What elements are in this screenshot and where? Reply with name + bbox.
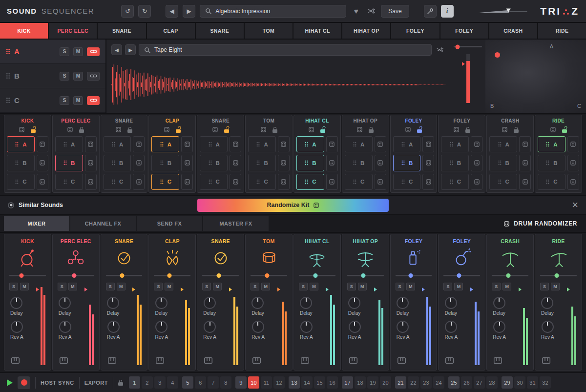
xy-position-dot[interactable] [495, 52, 500, 58]
layer-slot-button[interactable]: A [441, 136, 469, 152]
master-volume-slider[interactable] [475, 7, 530, 16]
channel-volume-slider[interactable] [202, 272, 239, 278]
lock-icon[interactable] [320, 127, 325, 133]
slot-randomize-button[interactable] [567, 174, 579, 190]
layer-solo-button[interactable]: S [60, 47, 69, 56]
slider-handle[interactable] [506, 273, 510, 278]
layer-slot-button[interactable]: C [393, 174, 421, 190]
sample-volume-slider[interactable] [454, 46, 482, 47]
drum-randomizer-button[interactable]: DRUM RANDOMIZER [504, 215, 586, 232]
delay-send-knob[interactable] [251, 297, 264, 309]
layer-slot-button[interactable]: B [538, 155, 565, 171]
slot-randomize-button[interactable] [85, 174, 97, 190]
fx-tab[interactable]: CHANNEL FX [70, 216, 136, 231]
layer-slot-button[interactable]: C [104, 174, 131, 190]
step-cell[interactable]: 8 [220, 376, 231, 389]
slider-handle[interactable] [409, 273, 413, 278]
track-tab[interactable]: RIDE [538, 23, 586, 39]
layer-slot-button[interactable]: A [7, 136, 35, 152]
slot-randomize-button[interactable] [422, 174, 434, 190]
delay-send-knob[interactable] [155, 297, 167, 309]
slot-randomize-button[interactable] [567, 136, 579, 152]
prev-preset-button[interactable]: ◀ [166, 5, 178, 18]
reverb-send-knob[interactable] [11, 321, 23, 333]
step-cell[interactable]: 22 [408, 376, 419, 389]
lock-icon[interactable] [369, 127, 374, 133]
layer-slot-button[interactable]: B [200, 155, 228, 171]
undo-button[interactable]: ↺ [121, 5, 134, 18]
slot-randomize-button[interactable] [278, 136, 290, 152]
layer-slot-button[interactable]: B [104, 155, 131, 171]
slot-randomize-button[interactable] [471, 155, 482, 171]
layer-slot-button[interactable]: A [393, 136, 421, 152]
slot-randomize-button[interactable] [37, 174, 48, 190]
solo-button[interactable]: S [299, 283, 308, 290]
solo-button[interactable]: S [154, 283, 163, 290]
step-cell[interactable]: 17 [342, 376, 353, 389]
layer-slot-button[interactable]: C [248, 174, 276, 190]
randomize-sample-icon[interactable] [164, 127, 169, 132]
track-tab[interactable]: CRASH [489, 23, 537, 39]
export-button[interactable]: EXPORT [84, 380, 108, 386]
channel-volume-slider[interactable] [9, 272, 46, 278]
track-tab[interactable]: TOM [245, 23, 293, 39]
delay-send-knob[interactable] [348, 297, 360, 309]
step-cell[interactable]: 31 [527, 376, 538, 389]
slot-randomize-button[interactable] [85, 155, 97, 171]
step-cell[interactable]: 25 [448, 376, 460, 389]
lock-icon[interactable] [562, 127, 567, 133]
step-cell[interactable]: 29 [502, 376, 513, 389]
slot-randomize-button[interactable] [85, 136, 97, 152]
solo-button[interactable]: S [347, 283, 356, 290]
delay-send-knob[interactable] [204, 297, 216, 309]
solo-button[interactable]: S [251, 283, 259, 290]
step-cell[interactable]: 5 [182, 376, 193, 389]
layer-slot-button[interactable]: A [489, 136, 517, 152]
prev-sample-button[interactable]: ◀ [111, 44, 122, 55]
layer-slot-button[interactable]: A [55, 136, 83, 152]
slot-randomize-button[interactable] [519, 174, 531, 190]
layer-slot-button[interactable]: B [393, 155, 421, 171]
record-button[interactable] [18, 376, 30, 389]
layer-slot-button[interactable]: B [345, 155, 373, 171]
step-cell[interactable]: 11 [261, 376, 272, 389]
step-cell[interactable]: 13 [289, 376, 300, 389]
step-cell[interactable]: 6 [195, 376, 206, 389]
randomize-sample-icon[interactable] [67, 127, 73, 132]
channel-volume-slider[interactable] [396, 272, 432, 278]
fx-tab[interactable]: MASTER FX [203, 216, 269, 231]
midi-keyboard-icon[interactable] [445, 357, 454, 364]
layer-mute-button[interactable]: M [73, 96, 83, 105]
slider-handle[interactable] [216, 273, 221, 278]
step-cell[interactable]: 9 [235, 376, 247, 389]
solo-button[interactable]: S [396, 283, 404, 290]
delay-send-knob[interactable] [493, 297, 505, 309]
randomize-sample-icon[interactable] [357, 127, 362, 132]
solo-button[interactable]: S [202, 283, 211, 290]
solo-button[interactable]: S [492, 283, 501, 290]
track-tab[interactable]: KICK [0, 23, 48, 39]
slot-randomize-button[interactable] [37, 155, 48, 171]
layer-slot-button[interactable]: A [538, 136, 565, 152]
layer-slot-button[interactable]: B [296, 155, 324, 171]
host-sync-button[interactable]: HOST SYNC [41, 380, 74, 386]
slider-handle[interactable] [72, 273, 76, 278]
reverb-send-knob[interactable] [493, 321, 505, 333]
layer-slot-button[interactable]: C [7, 174, 35, 190]
randomize-sample-icon[interactable] [261, 127, 266, 132]
channel-volume-slider[interactable] [492, 272, 528, 278]
track-tab[interactable]: PERC ELEC [49, 23, 97, 39]
layer-link-button[interactable] [87, 96, 100, 105]
slider-handle[interactable] [456, 44, 460, 49]
step-cell[interactable]: 24 [433, 376, 444, 389]
channel-volume-slider[interactable] [154, 272, 190, 278]
midi-keyboard-icon[interactable] [252, 357, 261, 364]
channel-volume-slider[interactable] [58, 272, 94, 278]
slider-handle[interactable] [20, 273, 24, 278]
midi-keyboard-icon[interactable] [494, 357, 502, 364]
randomize-sample-icon[interactable] [309, 127, 314, 132]
layer-slot-button[interactable]: B [489, 155, 517, 171]
step-cell[interactable]: 15 [314, 376, 325, 389]
mute-button[interactable]: M [117, 283, 126, 290]
solo-button[interactable]: S [58, 283, 66, 290]
